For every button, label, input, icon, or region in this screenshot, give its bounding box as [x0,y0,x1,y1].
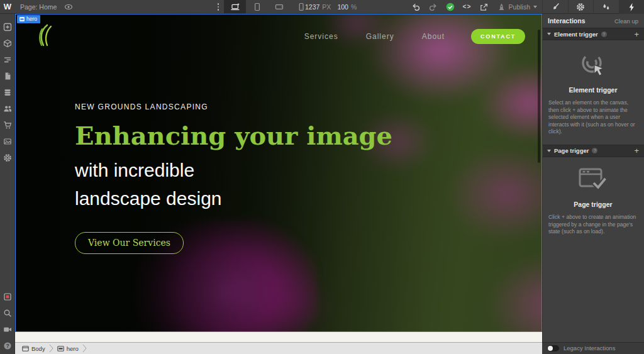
interactions-panel: Interactions Clean up Element trigger ? … [542,14,644,354]
page-trigger-header[interactable]: Page trigger ? + [542,145,644,157]
navigator-icon[interactable] [0,52,15,68]
canvas-dimensions[interactable]: 1237 PX 100 % [305,0,357,14]
breadcrumb: Body hero [15,343,542,354]
undo-icon[interactable] [410,3,423,11]
selection-tag[interactable]: hero [17,15,40,23]
grass-logo-icon[interactable] [35,23,53,50]
zoom-unit: % [351,3,357,11]
ecommerce-icon[interactable] [0,117,15,133]
site-navbar: Services Gallery About CONTACT [16,14,541,58]
legacy-interactions-toggle[interactable] [547,345,559,351]
page-selector[interactable]: Page: Home [20,3,57,11]
style-brush-icon[interactable] [542,0,568,14]
add-page-trigger-button[interactable]: + [634,147,639,155]
pages-icon[interactable] [0,68,15,84]
publish-rocket-icon [497,3,506,11]
code-icon[interactable]: <> [461,4,474,11]
view-services-button[interactable]: View Our Services [75,232,184,254]
legacy-interactions-row: Legacy Interactions [542,342,644,354]
caret-down-icon [547,33,551,35]
components-icon[interactable] [0,35,15,52]
element-trigger-description: Select an element on the canvas, then cl… [548,99,638,136]
canvas-scrollbar[interactable] [538,30,540,163]
breakpoint-switcher [224,0,312,14]
zoom-value: 100 [337,3,348,11]
nav-link-about[interactable]: About [422,32,445,41]
breadcrumb-separator [49,344,53,353]
hero-copy: NEW GROUNDS LANDSCAPING Enhancing your i… [75,102,392,254]
page-trigger-description: Click + above to create an animation tri… [548,214,638,236]
cms-icon[interactable] [0,84,15,101]
right-panel-tabs [542,0,644,14]
settings-gear-icon[interactable] [568,0,594,14]
nav-link-services[interactable]: Services [304,32,338,41]
breakpoint-desktop-icon[interactable] [224,0,246,14]
style-manager-drops-icon[interactable] [593,0,619,14]
page-trigger-title: Page trigger [548,201,638,208]
publish-button[interactable]: Publish [497,3,537,11]
body-icon [22,346,29,351]
toolbar-actions: <> Publish [410,0,537,14]
help-badge-icon[interactable]: ? [601,31,607,37]
interactions-bolt-icon[interactable] [619,0,644,14]
page-trigger-icon [577,167,609,192]
hero-heading-accent: Enhancing your image [75,122,392,150]
section-icon [57,346,64,351]
breadcrumb-item-hero[interactable]: hero [55,345,81,352]
preview-eye-icon[interactable] [64,3,73,11]
canvas-width-value: 1237 [305,3,319,11]
legacy-interactions-label: Legacy Interactions [564,345,615,351]
hero-heading-white: with incredible landscape design [75,156,392,213]
help-badge-icon[interactable]: ? [592,148,597,153]
section-icon [19,17,25,21]
hero-eyebrow: NEW GROUNDS LANDSCAPING [75,102,392,111]
redo-icon[interactable] [427,3,440,11]
add-element-trigger-button[interactable]: + [634,30,639,38]
clean-up-button[interactable]: Clean up [614,18,638,25]
element-trigger-title: Element trigger [548,86,638,94]
users-icon[interactable] [0,101,15,117]
menu-dots-icon[interactable] [214,0,222,14]
element-trigger-icon [579,50,607,78]
chevron-down-icon [533,6,537,8]
canvas-width-unit: PX [322,3,331,11]
video-icon[interactable] [0,321,15,338]
breadcrumb-item-body[interactable]: Body [19,345,48,352]
share-icon[interactable] [478,3,491,11]
contact-button[interactable]: CONTACT [471,29,525,44]
settings-gear-sidebar-icon[interactable] [0,150,15,166]
webflow-logo[interactable]: W [0,0,15,14]
publish-label: Publish [509,3,530,11]
help-icon[interactable]: ? [0,338,15,354]
caret-down-icon [547,150,551,152]
page-next-section [15,332,542,343]
svg-text:?: ? [6,343,9,349]
breakpoint-tablet-icon[interactable] [246,0,268,14]
saved-check-icon[interactable] [444,3,457,11]
add-elements-icon[interactable] [0,19,15,35]
page-trigger-card: Page trigger Click + above to create an … [542,157,644,245]
left-toolbar: ? [0,14,15,354]
record-icon[interactable] [0,289,15,305]
top-toolbar: W Page: Home 123 [0,0,644,14]
nav-links: Services Gallery About [304,32,445,41]
search-icon[interactable] [0,305,15,321]
design-canvas[interactable]: hero Services Gallery About [15,14,542,332]
canvas-column: hero Services Gallery About [15,14,542,354]
webflow-designer: W Page: Home 123 [0,0,644,354]
breakpoint-phone-landscape-icon[interactable] [268,0,290,14]
nav-link-gallery[interactable]: Gallery [366,32,394,41]
assets-icon[interactable] [0,133,15,150]
element-trigger-card: Element trigger Select an element on the… [542,40,644,145]
breadcrumb-separator [82,344,87,353]
element-trigger-header[interactable]: Element trigger ? + [542,28,644,40]
panel-title: Interactions [548,17,586,25]
